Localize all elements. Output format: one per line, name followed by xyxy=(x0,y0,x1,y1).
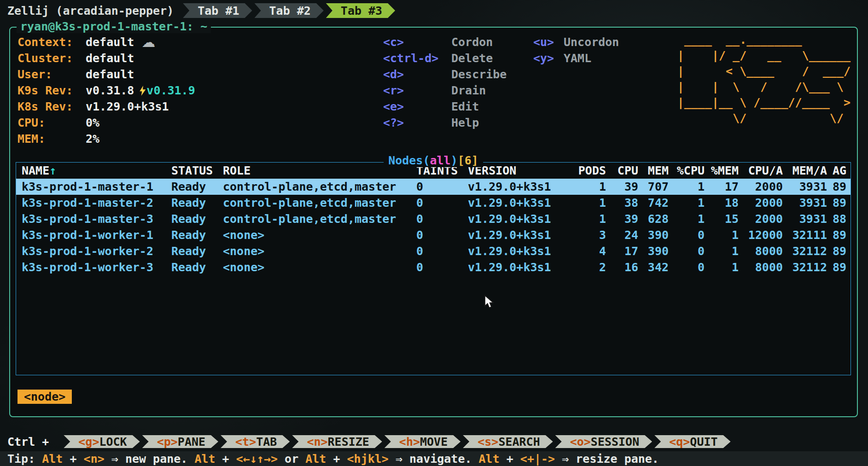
cell: 16 xyxy=(606,259,638,275)
table-row[interactable]: k3s-prod-1-worker-1Ready<none>0v1.29.0+k… xyxy=(16,227,851,243)
info-label: User: xyxy=(17,66,86,82)
tip-token: <+|-> xyxy=(520,452,555,466)
cell: 2000 xyxy=(739,179,783,195)
lightning-icon xyxy=(140,86,146,96)
table-row[interactable]: k3s-prod-1-master-2Readycontrol-plane,et… xyxy=(16,195,851,211)
tip-token: Alt xyxy=(305,452,326,466)
upgrade-version: v0.31.9 xyxy=(146,84,195,97)
table-title: Nodes(all)[6] xyxy=(384,154,483,167)
status-segment-pane[interactable]: <p> PANE xyxy=(142,435,218,448)
table-row[interactable]: k3s-prod-1-master-3Readycontrol-plane,et… xyxy=(16,211,851,227)
cell: v1.29.0+k3s1 xyxy=(468,259,571,275)
segment-label: RESIZE xyxy=(328,435,369,449)
info-value: default xyxy=(86,35,134,49)
menu-label: Drain xyxy=(451,82,533,99)
keybinding-menu: <c>Cordon<u>Uncordon<ctrl-d>Delete<y>YAM… xyxy=(383,34,656,131)
info-value: v1.29.0+k3s1 xyxy=(86,100,169,113)
segment-label: LOCK xyxy=(99,435,127,449)
status-segment-session[interactable]: <o> SESSION xyxy=(555,435,652,448)
cell: <none> xyxy=(223,227,416,243)
cell: control-plane,etcd,master xyxy=(223,195,416,211)
menu-label: Delete xyxy=(451,50,533,66)
cell: Ready xyxy=(171,195,223,211)
tip-token: new pane. xyxy=(125,452,195,466)
info-row: MEM:2% xyxy=(17,131,857,147)
cell: 3 xyxy=(571,227,606,243)
k9s-logo: ____ __.________ | |/ _/ __ \______ | < … xyxy=(677,32,851,126)
cell: k3s-prod-1-worker-2 xyxy=(22,243,171,259)
tip-token: Alt xyxy=(194,452,215,466)
tip-token: Alt xyxy=(479,452,500,466)
table-row[interactable]: k3s-prod-1-master-1Readycontrol-plane,et… xyxy=(16,179,851,195)
cell: 15 xyxy=(705,211,739,227)
cell: 0 xyxy=(416,259,468,275)
zellij-tab-3[interactable]: Tab #3 xyxy=(326,3,395,18)
tab-list: Tab #1Tab #2Tab #3 xyxy=(183,3,395,18)
cell: 89 xyxy=(827,227,848,243)
crumb-node: <node> xyxy=(17,390,72,404)
menu-label xyxy=(564,82,656,99)
segment-label: TAB xyxy=(256,435,277,449)
info-label: MEM: xyxy=(17,131,86,147)
status-segment-quit[interactable]: <q> QUIT xyxy=(654,435,730,448)
zellij-tab-1[interactable]: Tab #1 xyxy=(183,3,252,18)
info-label: Context: xyxy=(17,34,86,50)
menu-key: <e> xyxy=(383,99,451,115)
tip-token: ⇒ xyxy=(389,452,409,466)
tip-token: <hjkl> xyxy=(347,452,389,466)
cell: k3s-prod-1-master-1 xyxy=(22,179,171,195)
cell: v1.29.0+k3s1 xyxy=(468,243,571,259)
segment-key: <g> xyxy=(78,435,99,449)
zellij-tab-2[interactable]: Tab #2 xyxy=(255,3,324,18)
cell: 17 xyxy=(705,179,739,195)
header-name[interactable]: NAME↑ xyxy=(22,163,171,179)
status-segment-search[interactable]: <s> SEARCH xyxy=(463,435,553,448)
status-segment-resize[interactable]: <n> RESIZE xyxy=(292,435,382,448)
cell: k3s-prod-1-master-3 xyxy=(22,211,171,227)
cell: 390 xyxy=(638,243,669,259)
header-cpu[interactable]: %CPU xyxy=(669,163,705,179)
table-resource: Nodes xyxy=(388,154,423,167)
cell: 707 xyxy=(638,179,669,195)
tip-token: <n> xyxy=(84,452,105,466)
status-segment-tab[interactable]: <t> TAB xyxy=(221,435,290,448)
tip-token: resize pane. xyxy=(576,452,659,466)
menu-label: Edit xyxy=(451,99,533,115)
table-row[interactable]: k3s-prod-1-worker-3Ready<none>0v1.29.0+k… xyxy=(16,259,851,275)
terminal-pane[interactable]: ryan@k3s-prod-1-master-1: ~ Context:defa… xyxy=(9,27,858,417)
status-segment-move[interactable]: <h> MOVE xyxy=(384,435,460,448)
cell: control-plane,etcd,master xyxy=(223,179,416,195)
table-count: [6] xyxy=(458,154,478,167)
cell: 2000 xyxy=(739,195,783,211)
cell: 2000 xyxy=(739,211,783,227)
cell: v1.29.0+k3s1 xyxy=(468,211,571,227)
tip-bar: Tip: Alt + <n> ⇒ new pane. Alt + <←↓↑→> … xyxy=(0,451,868,466)
header-pods[interactable]: PODS xyxy=(571,163,606,179)
segment-label: PANE xyxy=(178,435,205,449)
cell: 89 xyxy=(827,259,848,275)
cell: 2 xyxy=(571,259,606,275)
cell: 1 xyxy=(571,211,606,227)
status-segment-lock[interactable]: <g> LOCK xyxy=(64,435,140,448)
cell: 3931 xyxy=(783,195,827,211)
info-value: default xyxy=(86,68,134,81)
header-mem[interactable]: %MEM xyxy=(705,163,739,179)
cell: 88 xyxy=(827,211,848,227)
header-mem[interactable]: MEM xyxy=(638,163,669,179)
header-cpu[interactable]: CPU xyxy=(606,163,638,179)
menu-key xyxy=(533,99,564,115)
menu-label: Cordon xyxy=(451,34,533,50)
table-row[interactable]: k3s-prod-1-worker-2Ready<none>0v1.29.0+k… xyxy=(16,243,851,259)
tip-token: navigate. xyxy=(409,452,479,466)
cell: k3s-prod-1-worker-3 xyxy=(22,259,171,275)
header-cpua[interactable]: CPU/A xyxy=(739,163,783,179)
header-status[interactable]: STATUS xyxy=(171,163,223,179)
tip-token: <←↓↑→> xyxy=(236,452,278,466)
segment-key: <h> xyxy=(399,435,420,449)
cell: v1.29.0+k3s1 xyxy=(468,179,571,195)
header-version[interactable]: VERSION xyxy=(468,163,571,179)
cell: 342 xyxy=(638,259,669,275)
menu-key: <?> xyxy=(383,115,451,131)
header-ag[interactable]: AG xyxy=(827,163,848,179)
header-mema[interactable]: MEM/A xyxy=(783,163,827,179)
